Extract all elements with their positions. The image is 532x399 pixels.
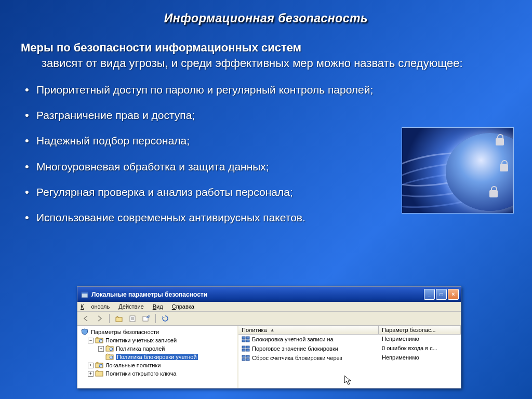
svg-rect-23 (242, 349, 245, 351)
folder-icon (95, 362, 103, 369)
folder-icon (95, 370, 103, 377)
expand-icon[interactable]: + (88, 371, 94, 377)
svg-rect-16 (96, 371, 103, 376)
minimize-button[interactable]: _ (424, 289, 435, 300)
window-icon (81, 290, 89, 299)
refresh-button[interactable] (159, 313, 171, 324)
list-row[interactable]: Пороговое значение блокировки 0 ошибок в… (238, 344, 461, 353)
svg-rect-18 (246, 337, 249, 339)
window-title: Локальные параметры безопасности (91, 291, 207, 298)
back-button[interactable] (81, 313, 92, 324)
svg-rect-27 (242, 358, 245, 361)
tree-item[interactable]: + Политика паролей (78, 344, 236, 353)
up-button[interactable] (113, 313, 125, 324)
folder-icon (105, 345, 114, 352)
list-row[interactable]: Сброс счетчика блокировки через Непримен… (238, 353, 461, 363)
svg-point-13 (110, 356, 113, 359)
toolbar (77, 312, 461, 326)
tree-item-selected[interactable]: Политика блокировки учетной (78, 353, 236, 361)
tree-root[interactable]: Параметры безопасности (78, 328, 236, 336)
menu-console[interactable]: Консоль (81, 303, 110, 310)
forward-button[interactable] (94, 313, 105, 324)
policy-icon (242, 345, 250, 352)
close-button[interactable]: × (448, 289, 459, 300)
svg-point-15 (99, 364, 102, 367)
menu-action[interactable]: Действие (118, 303, 143, 310)
sort-asc-icon: ▲ (270, 327, 275, 332)
menu-bar: Консоль Действие Вид Справка (77, 302, 461, 312)
folder-icon (95, 337, 103, 344)
svg-rect-17 (242, 337, 245, 339)
expand-icon[interactable]: + (88, 363, 94, 368)
tree-item[interactable]: − Политики учетных записей (78, 336, 236, 344)
bullet-item: Разграничение прав и доступа; (21, 108, 395, 122)
svg-rect-25 (242, 355, 245, 357)
folder-icon (105, 353, 114, 361)
svg-rect-19 (242, 340, 245, 342)
tree-pane[interactable]: Параметры безопасности − Политики учетны… (77, 326, 238, 388)
policy-icon (242, 336, 250, 343)
list-header: Политика▲ Параметр безопас... (238, 326, 461, 335)
security-settings-window: Локальные параметры безопасности _ □ × К… (77, 286, 461, 389)
bullet-item: Надежный подбор персонала; (21, 134, 395, 148)
svg-rect-26 (246, 355, 249, 357)
svg-rect-28 (246, 358, 249, 361)
svg-rect-2 (116, 317, 122, 322)
expand-icon[interactable]: + (98, 346, 104, 352)
export-button[interactable] (140, 313, 152, 324)
menu-help[interactable]: Справка (172, 303, 194, 310)
svg-point-9 (99, 339, 102, 342)
shield-icon (81, 328, 89, 336)
policy-icon (242, 354, 250, 362)
bullet-item: Приоритетный доступ по паролю и регулярн… (21, 83, 395, 97)
svg-point-11 (110, 348, 113, 351)
svg-rect-24 (246, 349, 249, 351)
collapse-icon[interactable]: − (88, 338, 94, 343)
window-titlebar[interactable]: Локальные параметры безопасности _ □ × (77, 287, 461, 302)
maximize-button[interactable]: □ (436, 289, 447, 300)
column-policy[interactable]: Политика▲ (238, 326, 379, 334)
column-value[interactable]: Параметр безопас... (379, 326, 461, 334)
tree-item[interactable]: + Политики открытого ключа (78, 369, 236, 378)
properties-button[interactable] (127, 313, 138, 324)
decorative-image (402, 127, 514, 214)
slide-title: Информационная безопасность (0, 0, 532, 25)
content-heading: Меры по безопасности информационных сист… (21, 41, 511, 55)
tree-item[interactable]: + Локальные политики (78, 361, 236, 369)
list-pane: Политика▲ Параметр безопас... Блокировка… (238, 326, 461, 388)
content-subheading: зависят от вида угрозы, и среди эффектив… (21, 56, 511, 71)
svg-rect-21 (242, 346, 245, 348)
list-row[interactable]: Блокировка учетной записи на Неприменимо (238, 335, 461, 344)
svg-rect-1 (82, 292, 88, 294)
svg-rect-22 (246, 346, 249, 348)
svg-rect-20 (246, 340, 249, 342)
menu-view[interactable]: Вид (153, 303, 163, 310)
